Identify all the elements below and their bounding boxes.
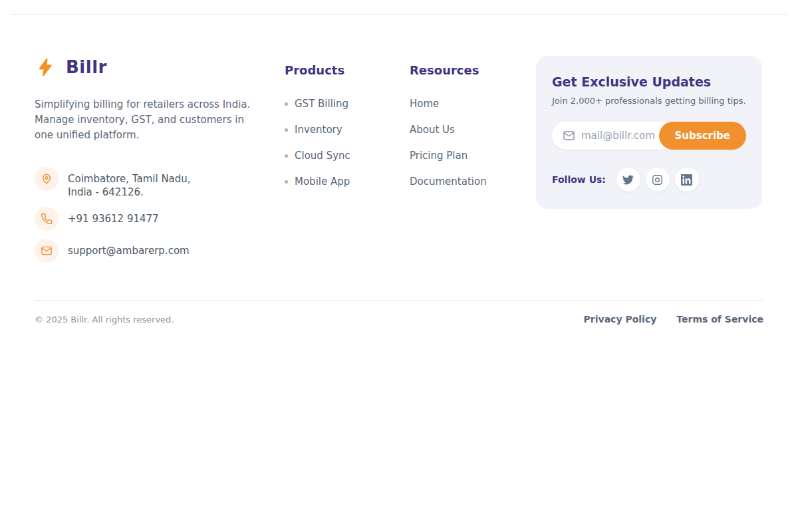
bullet-icon (285, 102, 288, 106)
linkedin-button[interactable] (675, 168, 699, 192)
email-icon (35, 239, 59, 263)
product-link-gst-billing[interactable]: GST Billing (285, 98, 410, 110)
bullet-icon (285, 128, 288, 132)
footer: Billr Simplifying billing for retailers … (0, 15, 798, 263)
link-label: Pricing Plan (410, 150, 467, 162)
lightning-bolt-icon (35, 56, 57, 78)
link-label: Mobile App (295, 176, 350, 188)
email-text: support@ambarerp.com (68, 244, 190, 257)
subscribe-button[interactable]: Subscribe (659, 122, 747, 150)
linkedin-icon (681, 174, 692, 186)
resources-list: Home About Us Pricing Plan Documentation (410, 98, 536, 188)
resources-title: Resources (410, 63, 536, 77)
resource-link-documentation[interactable]: Documentation (410, 176, 536, 188)
resource-link-pricing-plan[interactable]: Pricing Plan (410, 150, 536, 162)
bottom-links: Privacy Policy Terms of Service (584, 314, 763, 325)
bullet-icon (285, 154, 288, 158)
link-label: GST Billing (295, 98, 348, 110)
follow-row: Follow Us: (552, 168, 746, 192)
link-label: Home (410, 98, 439, 110)
contact-list: Coimbatore, Tamil Nadu, India - 642126. … (35, 167, 285, 263)
contact-phone[interactable]: +91 93612 91477 (35, 207, 285, 231)
contact-email[interactable]: support@ambarerp.com (35, 239, 285, 263)
link-label: About Us (410, 124, 455, 136)
contact-address: Coimbatore, Tamil Nadu, India - 642126. (35, 167, 285, 199)
link-label: Inventory (295, 124, 342, 136)
resources-column: Resources Home About Us Pricing Plan Doc… (410, 56, 536, 188)
bottom-bar: © 2025 Billr. All rights reserved. Priva… (0, 301, 798, 338)
brand-description: Simplifying billing for retailers across… (35, 97, 285, 143)
products-column: Products GST Billing Inventory Cloud Syn… (285, 56, 410, 188)
subscribe-form: Subscribe (552, 122, 746, 150)
instagram-icon (652, 174, 663, 186)
address-text: Coimbatore, Tamil Nadu, India - 642126. (68, 167, 191, 199)
twitter-button[interactable] (616, 168, 640, 192)
brand-logo[interactable]: Billr (35, 56, 285, 78)
location-pin-icon (35, 167, 59, 191)
products-title: Products (285, 63, 410, 77)
product-link-cloud-sync[interactable]: Cloud Sync (285, 150, 410, 162)
phone-text: +91 93612 91477 (68, 212, 159, 225)
link-label: Cloud Sync (295, 150, 350, 162)
newsletter-title: Get Exclusive Updates (552, 74, 746, 89)
brand-column: Billr Simplifying billing for retailers … (35, 56, 285, 263)
privacy-policy-link[interactable]: Privacy Policy (584, 314, 657, 325)
product-link-inventory[interactable]: Inventory (285, 124, 410, 136)
terms-of-service-link[interactable]: Terms of Service (676, 314, 763, 325)
resource-link-home[interactable]: Home (410, 98, 536, 110)
newsletter-subtitle: Join 2,000+ professionals getting billin… (552, 96, 746, 106)
follow-label: Follow Us: (552, 174, 606, 185)
brand-name: Billr (66, 57, 107, 77)
instagram-button[interactable] (646, 168, 670, 192)
bullet-icon (285, 180, 288, 184)
newsletter-card: Get Exclusive Updates Join 2,000+ profes… (536, 56, 762, 209)
mail-icon (563, 130, 575, 142)
product-link-mobile-app[interactable]: Mobile App (285, 176, 410, 188)
phone-icon (35, 207, 59, 231)
resource-link-about-us[interactable]: About Us (410, 124, 536, 136)
products-list: GST Billing Inventory Cloud Sync Mobile … (285, 98, 410, 188)
link-label: Documentation (410, 176, 487, 188)
copyright-text: © 2025 Billr. All rights reserved. (35, 315, 174, 325)
twitter-icon (622, 174, 634, 186)
